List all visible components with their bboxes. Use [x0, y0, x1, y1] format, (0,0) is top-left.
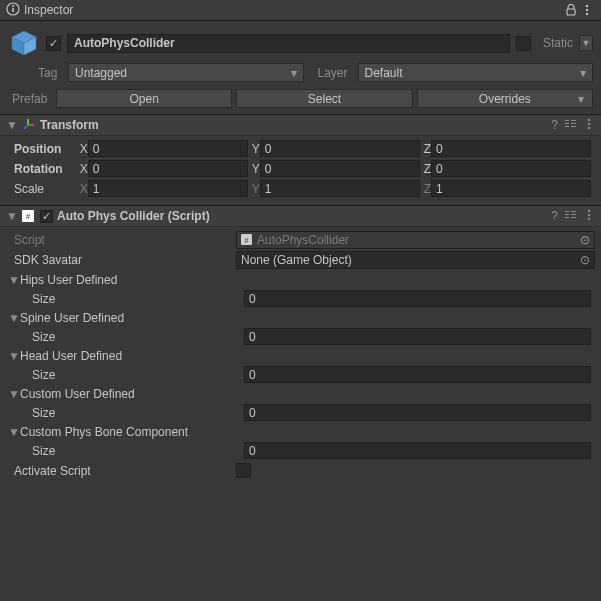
custom-label: Custom User Defined: [20, 387, 135, 401]
inspector-title: Inspector: [24, 3, 73, 17]
size-label: Size: [32, 444, 244, 458]
tag-dropdown[interactable]: Untagged: [68, 63, 304, 82]
sdk-avatar-label: SDK 3avatar: [6, 253, 236, 267]
svg-rect-22: [565, 214, 569, 215]
svg-point-27: [588, 209, 590, 211]
head-size-input[interactable]: [244, 366, 591, 383]
svg-point-18: [588, 126, 590, 128]
foldout-icon[interactable]: ▼: [8, 425, 18, 439]
scale-y-input[interactable]: [260, 180, 420, 197]
tag-label: Tag: [38, 66, 64, 80]
foldout-icon[interactable]: ▼: [6, 209, 16, 223]
context-menu-icon[interactable]: [579, 2, 595, 18]
help-icon[interactable]: ?: [551, 118, 558, 132]
svg-text:#: #: [245, 236, 249, 243]
svg-rect-11: [565, 123, 569, 124]
svg-point-28: [588, 213, 590, 215]
head-label: Head User Defined: [20, 349, 122, 363]
lock-icon[interactable]: [563, 2, 579, 18]
size-label: Size: [32, 368, 244, 382]
prefab-select-button[interactable]: Select: [236, 89, 412, 108]
component-menu-icon[interactable]: [583, 209, 595, 224]
svg-rect-3: [567, 9, 575, 15]
position-label: Position: [6, 142, 80, 156]
foldout-icon[interactable]: ▼: [8, 387, 18, 401]
info-icon: [6, 2, 20, 19]
transform-title: Transform: [40, 118, 547, 132]
svg-point-4: [586, 5, 588, 7]
activate-script-checkbox[interactable]: [236, 463, 251, 478]
transform-icon: [20, 117, 36, 133]
position-z-input[interactable]: [431, 140, 591, 157]
svg-rect-10: [565, 120, 569, 121]
rotation-z-input[interactable]: [431, 160, 591, 177]
svg-rect-23: [565, 217, 569, 218]
foldout-icon[interactable]: ▼: [8, 349, 18, 363]
svg-line-9: [24, 125, 28, 129]
foldout-icon[interactable]: ▼: [8, 311, 18, 325]
svg-point-16: [588, 118, 590, 120]
rotation-x-input[interactable]: [88, 160, 248, 177]
cs-file-icon: #: [241, 234, 253, 246]
preset-icon[interactable]: [564, 208, 577, 224]
component-enabled-checkbox[interactable]: [40, 210, 53, 223]
size-label: Size: [32, 406, 244, 420]
foldout-icon[interactable]: ▼: [8, 273, 18, 287]
svg-point-17: [588, 122, 590, 124]
custom-size-input[interactable]: [244, 404, 591, 421]
static-checkbox[interactable]: [516, 36, 531, 51]
svg-point-1: [12, 5, 14, 7]
size-label: Size: [32, 330, 244, 344]
object-picker-icon[interactable]: ⊙: [580, 253, 590, 267]
script-field-label: Script: [6, 233, 236, 247]
scale-label: Scale: [6, 182, 80, 196]
script-field: # AutoPhysCollider ⊙: [236, 231, 595, 249]
inspector-tab[interactable]: Inspector: [6, 2, 73, 19]
prefab-overrides-button[interactable]: Overrides: [417, 89, 593, 108]
svg-point-5: [586, 9, 588, 11]
sdk-avatar-field[interactable]: None (Game Object) ⊙: [236, 251, 595, 269]
svg-rect-21: [565, 211, 569, 212]
help-icon[interactable]: ?: [551, 209, 558, 223]
activate-script-label: Activate Script: [6, 464, 236, 478]
svg-rect-24: [571, 211, 576, 212]
layer-label: Layer: [318, 66, 354, 80]
prefab-open-button[interactable]: Open: [56, 89, 232, 108]
svg-rect-15: [571, 126, 576, 127]
svg-point-29: [588, 217, 590, 219]
gameobject-name-input[interactable]: [67, 34, 510, 53]
script-icon: #: [20, 208, 36, 224]
svg-rect-25: [571, 214, 576, 215]
scale-z-input[interactable]: [431, 180, 591, 197]
static-label: Static: [543, 36, 573, 50]
svg-rect-13: [571, 120, 576, 121]
rotation-y-input[interactable]: [260, 160, 420, 177]
object-picker-icon: ⊙: [580, 233, 590, 247]
size-label: Size: [32, 292, 244, 306]
component-menu-icon[interactable]: [583, 118, 595, 133]
prefab-label: Prefab: [12, 92, 52, 106]
position-x-input[interactable]: [88, 140, 248, 157]
script-component-title: Auto Phys Collider (Script): [57, 209, 547, 223]
scale-x-input[interactable]: [88, 180, 248, 197]
svg-rect-12: [565, 126, 569, 127]
static-dropdown[interactable]: ▼: [579, 35, 593, 51]
svg-rect-2: [12, 8, 14, 12]
position-y-input[interactable]: [260, 140, 420, 157]
svg-rect-26: [571, 217, 576, 218]
physbone-size-input[interactable]: [244, 442, 591, 459]
rotation-label: Rotation: [6, 162, 80, 176]
hips-size-input[interactable]: [244, 290, 591, 307]
layer-dropdown[interactable]: Default: [358, 63, 594, 82]
svg-rect-14: [571, 123, 576, 124]
hips-label: Hips User Defined: [20, 273, 117, 287]
foldout-icon[interactable]: ▼: [6, 118, 16, 132]
spine-label: Spine User Defined: [20, 311, 124, 325]
prefab-cube-icon: [8, 27, 40, 59]
svg-text:#: #: [26, 212, 31, 221]
spine-size-input[interactable]: [244, 328, 591, 345]
preset-icon[interactable]: [564, 117, 577, 133]
gameobject-enabled-checkbox[interactable]: [46, 36, 61, 51]
physbone-label: Custom Phys Bone Component: [20, 425, 188, 439]
svg-point-6: [586, 13, 588, 15]
